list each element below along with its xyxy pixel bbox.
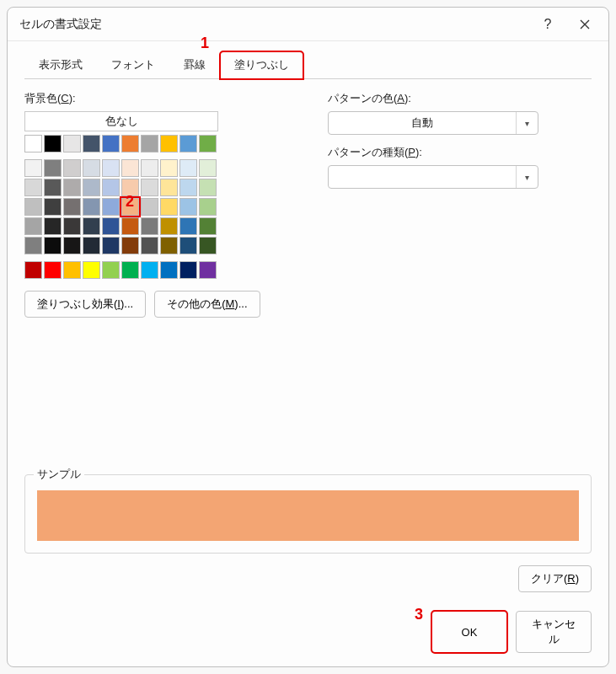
close-icon (580, 19, 590, 29)
ok-button[interactable]: OK (431, 611, 507, 653)
color-swatch[interactable] (24, 217, 42, 235)
color-swatch[interactable] (141, 198, 158, 216)
tab-font[interactable]: フォント (97, 51, 169, 79)
color-swatch[interactable] (179, 217, 197, 235)
color-swatch[interactable] (121, 237, 139, 254)
color-swatch[interactable] (44, 179, 62, 196)
pattern-type-combo[interactable]: ▾ (328, 165, 538, 189)
color-swatch[interactable] (102, 261, 120, 279)
pattern-color-value: 自動 (329, 115, 516, 131)
tab-border[interactable]: 罫線 (169, 51, 220, 79)
color-swatch[interactable] (160, 159, 178, 177)
color-swatch[interactable] (199, 179, 217, 196)
color-swatch[interactable] (199, 135, 217, 152)
color-swatch[interactable] (199, 159, 217, 177)
no-color-button[interactable]: 色なし (24, 111, 218, 131)
color-swatch[interactable] (24, 237, 42, 254)
color-swatch[interactable] (24, 159, 42, 177)
color-swatch[interactable] (83, 217, 100, 235)
color-swatch[interactable] (24, 179, 42, 196)
color-swatch[interactable] (141, 159, 158, 177)
color-swatch[interactable] (179, 198, 197, 216)
color-swatch[interactable] (179, 179, 197, 196)
color-swatch[interactable] (141, 179, 158, 196)
color-swatch[interactable] (179, 159, 197, 177)
callout-1: 1 (201, 35, 209, 52)
tab-number[interactable]: 表示形式 (24, 51, 97, 79)
color-swatch[interactable] (24, 198, 42, 216)
fill-effects-button[interactable]: 塗りつぶし効果(I)... (24, 291, 146, 318)
color-swatch[interactable] (83, 261, 100, 279)
color-swatch[interactable] (44, 135, 62, 152)
pattern-type-label: パターンの種類(P): (328, 145, 592, 160)
dialog-body: 1 表示形式 フォント 罫線 塗りつぶし 背景色(C): 色なし 2 (8, 41, 608, 666)
color-swatch[interactable] (83, 198, 100, 216)
color-swatch[interactable] (179, 261, 197, 279)
color-swatch[interactable] (141, 261, 158, 279)
color-swatch[interactable] (179, 237, 197, 254)
color-swatch[interactable] (63, 261, 81, 279)
sample-label: サンプル (34, 467, 84, 482)
color-swatch[interactable] (160, 237, 178, 254)
color-swatch[interactable] (199, 237, 217, 254)
background-color-label: 背景色(C): (24, 91, 294, 106)
color-swatch[interactable] (141, 237, 158, 254)
color-swatch[interactable] (121, 261, 139, 279)
theme-colors-row (24, 135, 294, 152)
color-swatch[interactable] (160, 261, 178, 279)
color-swatch[interactable] (44, 198, 62, 216)
color-swatch[interactable] (199, 261, 217, 279)
color-swatch[interactable] (121, 135, 139, 152)
cancel-button[interactable]: キャンセル (516, 611, 592, 653)
color-swatch[interactable] (83, 159, 100, 177)
format-cells-dialog: セルの書式設定 ? 1 表示形式 フォント 罫線 塗りつぶし 背景色(C): 色… (7, 7, 609, 667)
color-swatch[interactable] (83, 179, 100, 196)
callout-3: 3 (415, 606, 423, 623)
color-swatch[interactable] (199, 217, 217, 235)
color-swatch[interactable] (102, 198, 120, 216)
chevron-down-icon: ▾ (516, 112, 538, 134)
color-swatch[interactable] (102, 217, 120, 235)
color-swatch[interactable] (160, 179, 178, 196)
color-swatch[interactable] (102, 135, 120, 152)
color-swatch[interactable] (63, 179, 81, 196)
color-swatch[interactable] (44, 237, 62, 254)
help-button[interactable]: ? (529, 11, 566, 38)
color-swatch[interactable] (102, 237, 120, 254)
color-swatch[interactable] (83, 135, 100, 152)
close-button[interactable] (566, 11, 603, 38)
pattern-color-label: パターンの色(A): (328, 91, 592, 106)
clear-button[interactable]: クリア(R) (518, 565, 592, 592)
color-swatch[interactable] (121, 159, 139, 177)
fill-panel: 背景色(C): 色なし 2 塗りつぶし効果(I)... その他の色(M)... (24, 79, 592, 318)
color-swatch[interactable] (44, 261, 62, 279)
color-swatch[interactable] (121, 217, 139, 235)
color-swatch[interactable] (83, 237, 100, 254)
color-swatch[interactable] (24, 135, 42, 152)
color-swatch[interactable] (63, 159, 81, 177)
color-swatch[interactable] (160, 217, 178, 235)
color-swatch[interactable] (63, 237, 81, 254)
chevron-down-icon: ▾ (516, 166, 538, 188)
tab-fill[interactable]: 塗りつぶし (220, 51, 303, 79)
color-swatch[interactable] (160, 135, 178, 152)
color-swatch[interactable] (102, 159, 120, 177)
callout-2: 2 (126, 193, 134, 211)
color-swatch[interactable] (63, 135, 81, 152)
color-swatch[interactable] (199, 198, 217, 216)
color-swatch[interactable] (44, 217, 62, 235)
sample-preview (37, 490, 579, 541)
color-swatch[interactable] (102, 179, 120, 196)
color-swatch[interactable] (63, 198, 81, 216)
color-swatch[interactable] (141, 217, 158, 235)
standard-colors-row (24, 261, 294, 279)
pattern-color-combo[interactable]: 自動 ▾ (328, 111, 538, 135)
color-swatch[interactable] (160, 198, 178, 216)
sample-group: サンプル (24, 474, 592, 554)
more-colors-button[interactable]: その他の色(M)... (154, 291, 260, 318)
color-swatch[interactable] (63, 217, 81, 235)
color-swatch[interactable] (44, 159, 62, 177)
color-swatch[interactable] (24, 261, 42, 279)
color-swatch[interactable] (141, 135, 158, 152)
color-swatch[interactable] (179, 135, 197, 152)
